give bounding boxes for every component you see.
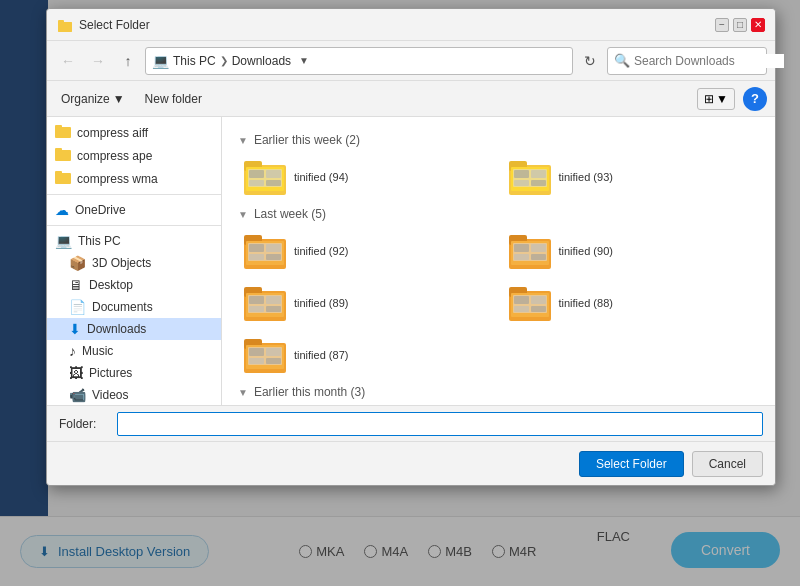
- title-bar: Select Folder − □ ✕: [47, 9, 775, 41]
- new-folder-button[interactable]: New folder: [139, 89, 208, 109]
- sidebar-item-music[interactable]: ♪ Music: [47, 340, 221, 362]
- file-item-tinified-88[interactable]: tinified (88): [503, 281, 760, 325]
- search-input[interactable]: [634, 54, 784, 68]
- minimize-button[interactable]: −: [715, 18, 729, 32]
- sidebar-label-documents: Documents: [92, 300, 153, 314]
- sidebar-item-onedrive[interactable]: ☁ OneDrive: [47, 199, 221, 221]
- sidebar-item-desktop[interactable]: 🖥 Desktop: [47, 274, 221, 296]
- section-chevron-icon-2: ▼: [238, 209, 248, 220]
- svg-rect-64: [266, 358, 281, 364]
- sidebar-item-3d-objects[interactable]: 📦 3D Objects: [47, 252, 221, 274]
- section-label-earlier-this-month: Earlier this month (3): [254, 385, 365, 399]
- folder-icon: [55, 170, 71, 187]
- breadcrumb-downloads: Downloads: [232, 54, 291, 68]
- sidebar-item-videos[interactable]: 📹 Videos: [47, 384, 221, 405]
- folder-icon-tinified-87: [244, 337, 286, 373]
- folder-icon-tinified-89: [244, 285, 286, 321]
- sidebar-label-compress-wma: compress wma: [77, 172, 158, 186]
- pictures-icon: 🖼: [69, 365, 83, 381]
- back-button[interactable]: ←: [55, 48, 81, 74]
- file-name-tinified-88: tinified (88): [559, 297, 613, 309]
- breadcrumb-separator: ❯: [220, 55, 228, 66]
- organize-chevron-icon: ▼: [113, 92, 125, 106]
- sidebar-label-this-pc: This PC: [78, 234, 121, 248]
- svg-rect-37: [514, 244, 529, 252]
- maximize-button[interactable]: □: [733, 18, 747, 32]
- svg-rect-23: [514, 180, 529, 186]
- sidebar-item-this-pc[interactable]: 💻 This PC: [47, 230, 221, 252]
- downloads-icon: ⬇: [69, 321, 81, 337]
- svg-rect-48: [266, 306, 281, 312]
- refresh-button[interactable]: ↻: [577, 48, 603, 74]
- content-area: compress aiff compress ape compress wma …: [47, 117, 775, 405]
- view-chevron-icon: ▼: [716, 92, 728, 106]
- section-chevron-icon: ▼: [238, 135, 248, 146]
- dialog-title: Select Folder: [79, 18, 715, 32]
- file-name-tinified-87: tinified (87): [294, 349, 348, 361]
- sidebar-item-pictures[interactable]: 🖼 Pictures: [47, 362, 221, 384]
- breadcrumb-dropdown-button[interactable]: ▼: [295, 52, 313, 70]
- svg-rect-15: [249, 180, 264, 186]
- folder-sidebar: compress aiff compress ape compress wma …: [47, 117, 222, 405]
- title-bar-controls: − □ ✕: [715, 18, 765, 32]
- file-name-tinified-89: tinified (89): [294, 297, 348, 309]
- music-icon: ♪: [69, 343, 76, 359]
- svg-rect-62: [266, 348, 281, 356]
- svg-rect-47: [249, 306, 264, 312]
- onedrive-icon: ☁: [55, 202, 69, 218]
- help-button[interactable]: ?: [743, 87, 767, 111]
- svg-rect-39: [514, 254, 529, 260]
- organize-label: Organize: [61, 92, 110, 106]
- close-button[interactable]: ✕: [751, 18, 765, 32]
- breadcrumb-this-pc: This PC: [173, 54, 216, 68]
- sidebar-item-compress-aiff[interactable]: compress aiff: [47, 121, 221, 144]
- folder-icon-tinified-93: [509, 159, 551, 195]
- sidebar-divider-2: [47, 225, 221, 226]
- svg-rect-31: [249, 254, 264, 260]
- file-name-tinified-93: tinified (93): [559, 171, 613, 183]
- view-button[interactable]: ⊞ ▼: [697, 88, 735, 110]
- svg-rect-40: [531, 254, 546, 260]
- svg-rect-54: [531, 296, 546, 304]
- file-item-tinified-94[interactable]: tinified (94): [238, 155, 495, 199]
- folder-label: Folder:: [59, 417, 109, 431]
- section-header-earlier-this-month: ▼ Earlier this month (3): [238, 385, 759, 399]
- file-item-tinified-92[interactable]: tinified (92): [238, 229, 495, 273]
- folder-input[interactable]: [117, 412, 763, 436]
- file-name-tinified-94: tinified (94): [294, 171, 348, 183]
- svg-rect-53: [514, 296, 529, 304]
- section-header-last-week: ▼ Last week (5): [238, 207, 759, 221]
- file-item-tinified-87[interactable]: tinified (87): [238, 333, 495, 377]
- svg-rect-8: [55, 171, 62, 175]
- desktop-icon: 🖥: [69, 277, 83, 293]
- 3d-objects-icon: 📦: [69, 255, 86, 271]
- file-item-tinified-89[interactable]: tinified (89): [238, 281, 495, 325]
- sidebar-item-documents[interactable]: 📄 Documents: [47, 296, 221, 318]
- folder-icon: [55, 124, 71, 141]
- up-button[interactable]: ↑: [115, 48, 141, 74]
- search-bar[interactable]: 🔍: [607, 47, 767, 75]
- view-icon: ⊞: [704, 92, 714, 106]
- breadcrumb[interactable]: 💻 This PC ❯ Downloads ▼: [145, 47, 573, 75]
- forward-button[interactable]: →: [85, 48, 111, 74]
- sidebar-item-compress-wma[interactable]: compress wma: [47, 167, 221, 190]
- svg-rect-14: [266, 170, 281, 178]
- select-folder-button[interactable]: Select Folder: [579, 451, 684, 477]
- folder-icon-tinified-88: [509, 285, 551, 321]
- svg-rect-13: [249, 170, 264, 178]
- sidebar-item-downloads[interactable]: ⬇ Downloads: [47, 318, 221, 340]
- svg-rect-46: [266, 296, 281, 304]
- sidebar-label-3d-objects: 3D Objects: [92, 256, 151, 270]
- cancel-button[interactable]: Cancel: [692, 451, 763, 477]
- svg-rect-32: [266, 254, 281, 260]
- organize-button[interactable]: Organize ▼: [55, 89, 131, 109]
- sidebar-label-music: Music: [82, 344, 113, 358]
- sidebar-item-compress-ape[interactable]: compress ape: [47, 144, 221, 167]
- toolbar: Organize ▼ New folder ⊞ ▼ ?: [47, 81, 775, 117]
- file-item-tinified-93[interactable]: tinified (93): [503, 155, 760, 199]
- file-item-tinified-90[interactable]: tinified (90): [503, 229, 760, 273]
- folder-icon-tinified-90: [509, 233, 551, 269]
- section-header-earlier-this-week: ▼ Earlier this week (2): [238, 133, 759, 147]
- sidebar-label-videos: Videos: [92, 388, 128, 402]
- folder-icon: [55, 147, 71, 164]
